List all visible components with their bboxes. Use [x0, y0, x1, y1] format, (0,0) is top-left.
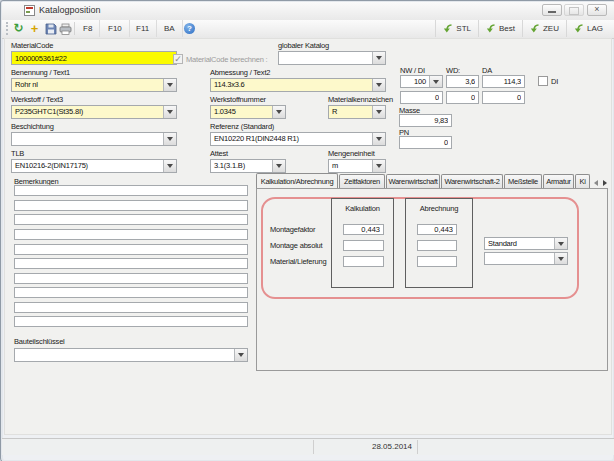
werkstoff-label: Werkstoff / Text3 — [11, 95, 63, 104]
chevron-down-icon[interactable] — [272, 160, 285, 172]
window-title: Katalogposition — [39, 5, 101, 15]
chevron-down-icon[interactable] — [163, 79, 176, 91]
attest-label: Attest — [210, 149, 228, 158]
chevron-down-icon[interactable] — [163, 133, 176, 145]
referenz-label: Referenz (Standard) — [210, 122, 274, 131]
bemerkung-row[interactable] — [14, 302, 248, 313]
bemerkung-row[interactable] — [14, 287, 248, 298]
toolbar: ↻ + F8 F10 F11 BA ? STL Best — [2, 20, 614, 39]
green-jump-icon — [530, 24, 540, 33]
help-icon[interactable]: ? — [184, 23, 195, 34]
chevron-down-icon[interactable] — [372, 160, 385, 172]
bemerkung-row[interactable] — [14, 258, 248, 269]
status-bar: 28.05.2014 — [2, 438, 614, 455]
abmessung-combo[interactable]: 114.3x3.6 — [210, 78, 386, 92]
da-label: DA — [482, 66, 492, 75]
beschichtung-combo[interactable] — [11, 132, 177, 146]
bemerkung-row[interactable] — [14, 229, 248, 240]
kalkulation-material-lieferung-input[interactable] — [343, 256, 384, 267]
close-icon[interactable]: × — [587, 4, 607, 16]
refresh-icon[interactable]: ↻ — [11, 21, 26, 36]
chevron-down-icon[interactable] — [372, 106, 385, 118]
title-bar: Katalogposition × — [2, 2, 614, 21]
masse-input[interactable] — [399, 114, 452, 127]
chevron-down-icon[interactable] — [429, 76, 442, 87]
printer-icon[interactable] — [58, 21, 73, 36]
materialcode-label: MaterialCode — [11, 41, 53, 50]
abrechnung-material-lieferung-input[interactable] — [417, 256, 457, 267]
best-button[interactable]: Best — [478, 20, 522, 37]
chevron-down-icon[interactable] — [372, 133, 385, 145]
beschichtung-label: Beschichtung — [11, 122, 54, 131]
katalogposition-window: Katalogposition × ↻ + F8 F10 F11 BA ? ST… — [0, 0, 614, 461]
chevron-down-icon[interactable] — [372, 79, 385, 91]
chevron-down-icon[interactable] — [163, 160, 176, 172]
pn-input[interactable] — [399, 136, 452, 149]
materialkennzeichen-combo[interactable]: R — [328, 105, 386, 119]
referenz-combo[interactable]: EN10220 R1(DIN2448 R1) — [210, 132, 386, 146]
abrechnung-montagefaktor-input[interactable] — [417, 224, 457, 235]
materialcode-input[interactable] — [11, 51, 177, 65]
da-input2[interactable] — [482, 91, 525, 104]
tab-zeitfaktoren[interactable]: Zeitfaktoren — [339, 174, 385, 189]
benennung-combo[interactable]: Rohr nl — [11, 78, 177, 92]
kalkulation-montage-absolut-input[interactable] — [343, 240, 384, 251]
tlb-combo[interactable]: EN10216-2(DIN17175) — [11, 159, 177, 173]
f11-button[interactable]: F11 — [129, 20, 157, 37]
wd-input2[interactable] — [446, 91, 479, 104]
di-label: DI — [551, 77, 558, 86]
bemerkung-row[interactable] — [14, 200, 248, 211]
materialcode-berechnen-label: MaterialCode berechnen : — [186, 55, 268, 64]
second-combo[interactable] — [484, 252, 568, 265]
chevron-down-icon[interactable] — [272, 106, 285, 118]
nw-di-input2[interactable] — [400, 91, 443, 104]
tab-armatur[interactable]: Armatur — [543, 174, 574, 189]
bemerkung-row[interactable] — [14, 185, 248, 196]
standard-combo[interactable]: Standard — [484, 237, 568, 250]
globaler-katalog-combo[interactable] — [278, 51, 386, 65]
bemerkung-row[interactable] — [14, 244, 248, 255]
abrechnung-group-title: Abrechnung — [406, 204, 472, 213]
minimize-icon[interactable] — [542, 4, 562, 16]
chevron-down-icon[interactable] — [234, 349, 247, 361]
stl-button[interactable]: STL — [435, 20, 478, 37]
materialkennzeichen-label: Materialkennzeichen — [328, 95, 393, 104]
di-checkbox[interactable] — [538, 76, 548, 86]
da-input[interactable] — [482, 75, 525, 88]
nw-di-label: NW / DI — [400, 66, 425, 75]
tab-kalkulation-abrechnung[interactable]: Kalkulation/Abrechnung — [256, 173, 338, 189]
add-icon[interactable]: + — [27, 21, 42, 36]
bauteilschluessel-combo[interactable] — [14, 348, 248, 362]
bemerkung-row[interactable] — [14, 214, 248, 225]
f10-button[interactable]: F10 — [101, 20, 130, 37]
tab-warenwirtschaft-2[interactable]: Warenwirtschaft-2 — [441, 174, 503, 189]
materialcode-berechnen-checkbox[interactable]: ✓ — [173, 54, 183, 64]
jump-button-group: STL Best ZEU LAG — [435, 20, 610, 37]
chevron-down-icon[interactable] — [163, 106, 176, 118]
toolbar-grip[interactable] — [6, 22, 8, 35]
ba-button[interactable]: BA — [157, 20, 183, 37]
chevron-down-icon[interactable] — [554, 253, 567, 264]
tab-warenwirtschaft[interactable]: Warenwirtschaft — [386, 174, 440, 189]
f8-button[interactable]: F8 — [76, 20, 100, 37]
abrechnung-montage-absolut-input[interactable] — [417, 240, 457, 251]
zeu-button[interactable]: ZEU — [522, 20, 566, 37]
bemerkung-row[interactable] — [14, 316, 248, 327]
chevron-down-icon[interactable] — [554, 238, 567, 249]
wd-label: WD: — [446, 66, 460, 75]
chevron-down-icon[interactable] — [372, 52, 385, 64]
save-icon[interactable] — [43, 21, 58, 36]
nw-di-combo[interactable]: 100 — [400, 75, 443, 88]
attest-combo[interactable]: 3.1(3.1.B) — [210, 159, 286, 173]
mengeneinheit-combo[interactable]: m — [328, 159, 386, 173]
tab-messstelle[interactable]: Meßstelle — [504, 174, 542, 189]
tab-overflow[interactable]: Ki — [575, 174, 590, 189]
werkstoff-combo[interactable]: P235GHTC1(St35.8I) — [11, 105, 177, 119]
lag-button[interactable]: LAG — [566, 20, 610, 37]
wd-input[interactable] — [446, 75, 479, 88]
werkstoffnummer-combo[interactable]: 1.0345 — [210, 105, 286, 119]
green-jump-icon — [443, 24, 453, 33]
maximize-icon — [564, 4, 584, 16]
kalkulation-montagefaktor-input[interactable] — [343, 224, 384, 235]
bemerkung-row[interactable] — [14, 273, 248, 284]
